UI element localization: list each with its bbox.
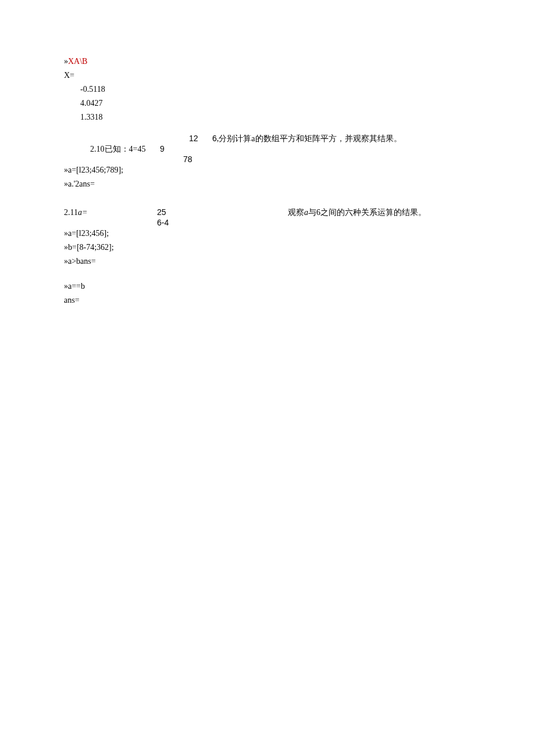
red-text: XA\B: [68, 57, 87, 66]
question-text: 6,分别计算a的数组平方和矩阵平方，并观察其结果。: [212, 134, 402, 144]
question-210: 12 6,分别计算a的数组平方和矩阵平方，并观察其结果。 2.10已知：4=45…: [64, 134, 471, 190]
matrix-num: 6-4: [157, 218, 169, 227]
question-label: 2.10已知：4=45: [90, 144, 160, 155]
question-211: 2.11a= 25 观察a与6之间的六种关系运算的结果。 6-4 »a=[l23…: [64, 207, 471, 306]
prefix: »: [64, 57, 68, 66]
matrix-num: 9: [160, 144, 165, 153]
code-line: ans=: [64, 294, 471, 306]
output-value: -0.5118: [64, 83, 471, 95]
code-line: »a=[l23;456;789];: [64, 164, 471, 176]
code-line: »a.'2ans=: [64, 178, 471, 190]
matrix-num: 12: [189, 134, 212, 143]
matrix-num: 25: [157, 207, 288, 217]
question-label: 2.11a=: [64, 208, 157, 217]
matrix-num: 78: [183, 155, 192, 164]
code-line: »a==b: [64, 280, 471, 292]
code-line: »a=[l23;456];: [64, 227, 471, 239]
output-value: 1.3318: [64, 111, 471, 123]
code-line: »XA\B: [64, 55, 471, 67]
code-line: »b=[8-74;362];: [64, 241, 471, 253]
question-text: 观察a与6之间的六种关系运算的结果。: [288, 207, 426, 218]
code-line: »a>bans=: [64, 255, 471, 267]
output-label: X=: [64, 69, 471, 81]
output-value: 4.0427: [64, 97, 471, 109]
